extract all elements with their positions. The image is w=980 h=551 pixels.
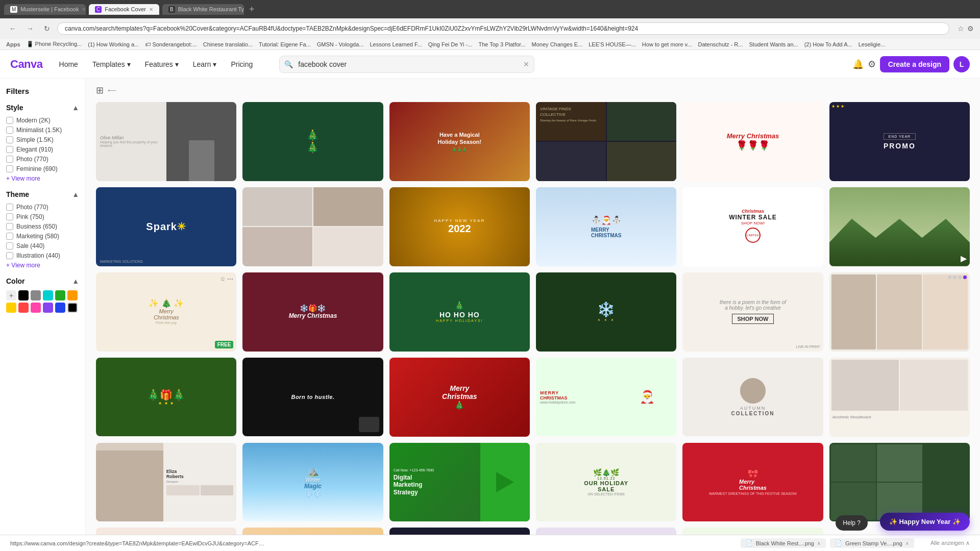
color-swatch-violet[interactable] [43, 303, 53, 313]
browser-tab-blackwhite[interactable]: B Black White Restaurant Typo... ✕ [162, 4, 244, 15]
bookmark-phone[interactable]: 📱 Phone Recycling... [27, 41, 82, 47]
template-card[interactable]: MerryChristmas 🎄 [389, 358, 530, 437]
color-swatch-pink[interactable] [31, 303, 41, 313]
theme-filter-item-sale[interactable]: Sale (440) [6, 242, 79, 249]
help-button[interactable]: Help ? [836, 515, 868, 531]
nav-templates[interactable]: Templates ▾ [86, 57, 137, 71]
color-swatch-orange[interactable] [67, 290, 78, 300]
template-card[interactable]: 🎄 HO HO HO HAPPY HOLIDAYS! [389, 272, 530, 352]
bookmark-gmsn[interactable]: GMSN - Vologda... [317, 41, 364, 47]
template-card[interactable]: VINTAGE FINDSCOLLECTIVESharing the beaut… [536, 102, 676, 181]
happy-new-year-button[interactable]: ✨ Happy New Year ✨ [880, 513, 970, 531]
template-card[interactable]: Merry Christmas 🌹🌹🌹 [682, 102, 823, 181]
gear-icon[interactable]: ⚙ [868, 59, 876, 70]
style-filter-item-elegant[interactable]: Elegant (910) [6, 146, 79, 153]
color-swatch-black[interactable] [18, 290, 29, 300]
color-swatch-black2[interactable] [67, 303, 78, 313]
template-card[interactable]: 🎄🎁🎄 ★ ★ ★ [96, 358, 236, 437]
nav-home[interactable]: Home [53, 57, 84, 71]
settings-icon[interactable]: ⚙ [967, 24, 974, 33]
address-bar[interactable] [57, 22, 949, 35]
template-card[interactable]: HAPPY NEW YEAR 2022 [389, 187, 530, 266]
create-design-button[interactable]: Create a design [880, 56, 949, 72]
all-downloads-label[interactable]: Alle anzeigen ∧ [930, 540, 970, 546]
color-swatch-yellow[interactable] [6, 303, 16, 313]
bookmark-qing[interactable]: Qing Fei De Yi -... [428, 41, 473, 47]
template-card[interactable]: Olive Millan Helping you find the proper… [96, 102, 236, 181]
template-card[interactable] [242, 187, 383, 266]
template-card[interactable]: Have a MagicalHoliday Season! 🎄🎄🎄 [389, 102, 530, 181]
theme-filter-item-illustration[interactable]: Illustration (440) [6, 252, 79, 259]
style-filter-item-photo[interactable]: Photo (770) [6, 156, 79, 163]
bookmark-leseligie[interactable]: Leseligie... [859, 41, 886, 47]
bookmark-lessons[interactable]: Lessons Learned F... [370, 41, 422, 47]
template-card[interactable]: 🌿🎄🌿 12.01.22 OUR HOLIDAYSALE ON SELECTED… [536, 443, 676, 522]
nav-pricing[interactable]: Pricing [225, 57, 259, 71]
template-card[interactable]: END YEAR PROMO ★ ★ ★ [829, 102, 970, 181]
nav-learn[interactable]: Learn ▾ [187, 57, 223, 71]
search-input[interactable] [279, 56, 534, 73]
bell-icon[interactable]: 🔔 [852, 59, 864, 70]
template-card[interactable]: 🎀 MerryChristmas WARMEST GREETINGS OF TH… [682, 443, 823, 522]
see-more-theme[interactable]: + View more [6, 262, 79, 269]
star-icon[interactable]: ☆ [958, 24, 964, 33]
close-tab-facebook-cover[interactable]: ✕ [149, 7, 153, 12]
template-card[interactable] [829, 443, 970, 522]
refresh-button[interactable]: ↻ [41, 22, 53, 35]
checkbox-photo[interactable] [6, 156, 13, 163]
checkbox-minimalist[interactable] [6, 127, 13, 134]
template-card[interactable]: Christmas WINTER SALE SHOP NOW! LIMITED [682, 187, 823, 266]
theme-filter-item-marketing[interactable]: Marketing (580) [6, 233, 79, 240]
checkbox-feminine[interactable] [6, 165, 13, 172]
template-card[interactable]: ❄️ ✦ ✦ ✦ [536, 272, 676, 352]
checkbox-simple[interactable] [6, 136, 13, 143]
color-swatch-cyan[interactable] [43, 290, 53, 300]
bookmark-how-working[interactable]: (1) How Working a... [88, 41, 139, 47]
bookmark-student[interactable]: Student Wants an... [749, 41, 798, 47]
grid-adjust-icon[interactable]: ⊞ [96, 85, 104, 96]
color-swatch-red[interactable] [18, 303, 29, 313]
bookmark-how-add[interactable]: (2) How To Add A... [804, 41, 852, 47]
theme-collapse-toggle[interactable]: ▲ [72, 190, 79, 198]
template-card[interactable]: ⛰️ Winter Magic ❄️❄️ [242, 443, 383, 522]
theme-filter-item-business[interactable]: Business (650) [6, 223, 79, 230]
bookmark-top3[interactable]: The Top 3 Platfor... [478, 41, 525, 47]
style-filter-item-feminine[interactable]: Feminine (690) [6, 165, 79, 172]
color-swatch-blue[interactable] [55, 303, 65, 313]
template-card[interactable]: ✨ 🎄 ✨ MerryChristmas Feel the joy ☆ ⋯ FR… [96, 272, 236, 352]
template-card[interactable]: Spark✳ MARKETING SOLUTIONS [96, 187, 236, 266]
browser-tab-musterseite[interactable]: M Musterseite | Facebook ✕ [4, 4, 86, 15]
template-card[interactable]: Eliza Roberts Designer [96, 443, 236, 522]
style-filter-item-simple[interactable]: Simple (1.5K) [6, 136, 79, 143]
style-filter-item-modern[interactable]: Modern (2K) [6, 117, 79, 124]
browser-tab-facebook-cover[interactable]: C Facebook Cover ✕ [89, 4, 159, 15]
clear-search-button[interactable]: ✕ [523, 60, 529, 68]
bookmark-more[interactable]: How to get more v... [642, 41, 692, 47]
favorite-icon[interactable]: ☆ [220, 276, 226, 283]
bookmark-lees[interactable]: LEE'S HOUSE—... [589, 41, 636, 47]
canva-logo[interactable]: Canva [10, 58, 43, 71]
template-card[interactable]: Born to hustle. [242, 358, 383, 437]
style-filter-item-minimalist[interactable]: Minimalist (1.5K) [6, 127, 79, 134]
more-options-icon[interactable]: ⋯ [227, 276, 233, 283]
style-collapse-toggle[interactable]: ▲ [72, 104, 79, 112]
template-card[interactable]: 🎄 🎄 [242, 102, 383, 181]
color-swatch-green[interactable] [55, 290, 65, 300]
template-card[interactable]: ❄️🎁❄️ Merry Christmas [242, 272, 383, 352]
bottom-file-2[interactable]: 📄 Green Stamp Ve....png ∧ [830, 538, 914, 548]
bookmark-chinese[interactable]: Chinese translatio... [203, 41, 253, 47]
back-button[interactable]: ← [6, 22, 19, 35]
color-swatch-plus[interactable]: + [6, 290, 16, 300]
template-card[interactable]: MERRY CHRISTMAS www.holidaystore.com 🎅 [536, 358, 676, 437]
color-swatch-gray[interactable] [31, 290, 41, 300]
nav-features[interactable]: Features ▾ [139, 57, 185, 71]
avatar[interactable]: L [953, 56, 970, 72]
bookmark-datenschutz[interactable]: Datenschutz - R... [698, 41, 743, 47]
bookmark-tutorial[interactable]: Tutorial: Eigene Fa... [259, 41, 311, 47]
checkbox-modern[interactable] [6, 117, 13, 124]
theme-filter-item-photo[interactable]: Photo (770) [6, 204, 79, 211]
bookmark-sonder[interactable]: 🏷 Sonderangebot:... [145, 41, 197, 47]
see-more-style[interactable]: + View more [6, 175, 79, 182]
color-collapse-toggle[interactable]: ▲ [72, 277, 79, 285]
checkbox-elegant[interactable] [6, 146, 13, 153]
